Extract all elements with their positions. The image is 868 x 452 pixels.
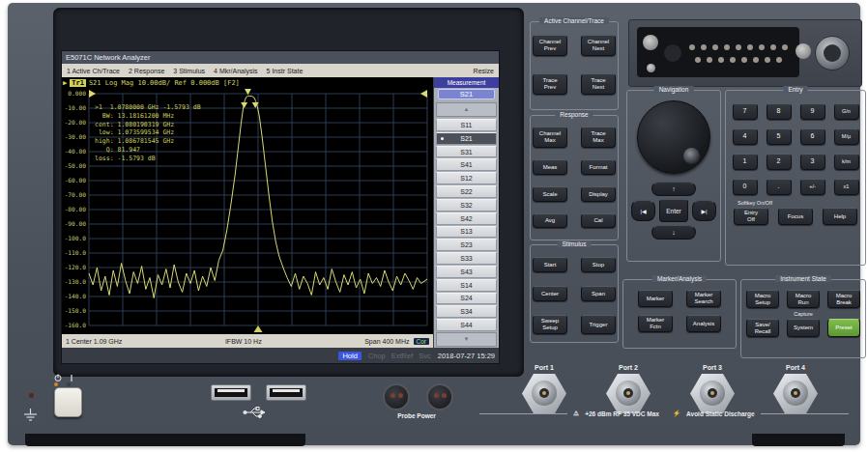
softkey-s14[interactable]: S14 <box>436 279 497 292</box>
softkey-s11[interactable]: S11 <box>436 119 497 131</box>
connector-hole <box>664 44 681 62</box>
entry-section: Entry 789G/n456M/µ123k/m0.+/-x1 Softkey … <box>725 90 866 266</box>
key-9[interactable]: 9 <box>800 103 825 120</box>
analysis-button[interactable]: Analysis <box>686 315 721 332</box>
softkey-s41[interactable]: S41 <box>436 158 497 171</box>
preset-button[interactable]: Preset <box>827 319 860 337</box>
system-button[interactable]: System <box>787 319 820 337</box>
span-button[interactable]: Span <box>581 286 616 301</box>
key-8[interactable]: 8 <box>767 103 792 120</box>
softkey-s21[interactable]: S21 <box>436 132 497 145</box>
entry-off-button[interactable]: Entry Off <box>734 208 768 225</box>
rotary-knob[interactable] <box>637 100 710 174</box>
divider <box>761 413 849 414</box>
key-[interactable]: . <box>767 179 792 195</box>
softkey-s42[interactable]: S42 <box>436 212 497 225</box>
softkey-list: S11S21S31S41S12S22S32S42S13S23S33S43S14S… <box>436 118 497 331</box>
enter-key[interactable]: Enter <box>659 199 688 222</box>
connector-pin <box>707 57 712 63</box>
button-row: Marker FctnAnalysis <box>638 315 721 332</box>
save-recall-button[interactable]: Save/ Recall <box>746 319 779 337</box>
menu-item[interactable]: 5 Instr State <box>267 68 304 74</box>
warning-labels: ⚠ +26 dBm RF 35 VDC Max ⚡ Avoid Static D… <box>479 410 849 417</box>
arrow-up-key[interactable]: ↑ <box>651 182 696 196</box>
key-1[interactable]: 1 <box>733 154 758 170</box>
format-button[interactable]: Format <box>581 159 616 175</box>
softkey-s44[interactable]: S44 <box>436 319 497 331</box>
softkey-s23[interactable]: S23 <box>436 239 497 251</box>
key-3[interactable]: 3 <box>800 154 825 170</box>
section-title: Active Channel/Trace <box>539 17 609 24</box>
marker-fctn-button[interactable]: Marker Fctn <box>638 315 673 332</box>
key-km[interactable]: k/m <box>834 154 859 170</box>
trace-max-button[interactable]: Trace Max <box>581 127 616 148</box>
softkey-s31[interactable]: S31 <box>436 146 497 158</box>
skip-right-key[interactable]: ▶| <box>692 200 716 221</box>
marker-readout-line: BW: 13.18161200 MHz <box>95 112 201 121</box>
menu-item[interactable]: 4 Mkr/Analysis <box>214 68 258 74</box>
cal-button[interactable]: Cal <box>581 213 616 228</box>
connector-pin <box>753 57 759 63</box>
softkey-s34[interactable]: S34 <box>436 305 497 318</box>
trigger-button[interactable]: Trigger <box>581 315 616 334</box>
softkey-s12[interactable]: S12 <box>436 172 497 184</box>
softkey-s22[interactable]: S22 <box>436 185 497 198</box>
menu-item[interactable]: 2 Response <box>129 68 164 74</box>
active-channel-trace-section: Active Channel/Trace Channel PrevChannel… <box>530 21 619 110</box>
menu-item[interactable]: 1 Active Ch/Trace <box>67 68 120 74</box>
skip-left-key[interactable]: |◀ <box>631 200 655 221</box>
softkey-s24[interactable]: S24 <box>436 293 497 305</box>
softkey-scroll-up[interactable]: ▲ <box>436 102 497 117</box>
resize-control[interactable]: Resize <box>474 68 494 74</box>
macro-setup-button[interactable]: Macro Setup <box>746 290 779 308</box>
avg-button[interactable]: Avg <box>533 213 567 228</box>
help-button[interactable]: Help <box>823 208 857 225</box>
softkey-scroll-down[interactable]: ▼ <box>436 332 497 347</box>
macro-break-button[interactable]: Macro Break <box>827 290 860 308</box>
softkey-onoff-label: Softkey On/Off <box>738 200 865 206</box>
section-title: Entry <box>783 86 807 93</box>
softkey-s32[interactable]: S32 <box>436 199 497 212</box>
channel-next-button[interactable]: Channel Next <box>581 35 616 56</box>
softkey-s33[interactable]: S33 <box>436 252 497 265</box>
sweep-setup-button[interactable]: Sweep Setup <box>533 315 567 334</box>
display-button[interactable]: Display <box>581 186 616 202</box>
key-5[interactable]: 5 <box>767 128 792 145</box>
ground-icon <box>23 409 38 422</box>
softkey-s13[interactable]: S13 <box>436 226 497 239</box>
key-2[interactable]: 2 <box>767 154 792 170</box>
trace-next-button[interactable]: Trace Next <box>581 73 616 95</box>
trace-prev-button[interactable]: Trace Prev <box>533 73 567 95</box>
menu-item[interactable]: 3 Stimulus <box>173 68 205 74</box>
softkey-selected-value: S21 <box>438 89 495 99</box>
center-button[interactable]: Center <box>533 286 567 301</box>
macro-run-button[interactable]: Macro Run <box>787 290 820 308</box>
key-gn[interactable]: G/n <box>834 103 859 120</box>
key-4[interactable]: 4 <box>733 128 758 145</box>
meas-button[interactable]: Meas <box>533 159 567 175</box>
start-button[interactable]: Start <box>533 257 567 272</box>
key-6[interactable]: 6 <box>800 128 825 145</box>
arrow-down-key[interactable]: ↓ <box>651 225 696 240</box>
channel-prev-button[interactable]: Channel Prev <box>533 35 567 56</box>
svg-text:0.000: 0.000 <box>68 90 86 97</box>
svg-text:-70.00: -70.00 <box>65 191 87 198</box>
trace-arrow-icon: ▶ <box>63 79 67 87</box>
key-x1[interactable]: x1 <box>834 179 859 195</box>
key-[interactable]: +/- <box>800 179 825 195</box>
marker-button[interactable]: Marker <box>638 290 673 307</box>
softkey-s43[interactable]: S43 <box>436 266 497 278</box>
key-m[interactable]: M/µ <box>834 128 859 145</box>
power-button[interactable] <box>54 387 82 417</box>
marker-search-button[interactable]: Marker Search <box>686 290 721 307</box>
scale-button[interactable]: Scale <box>533 186 567 202</box>
stop-button[interactable]: Stop <box>581 257 616 272</box>
port-label: Port 1 <box>515 364 573 371</box>
key-0[interactable]: 0 <box>733 179 758 195</box>
section-title: Response <box>555 111 593 118</box>
focus-button[interactable]: Focus <box>778 208 813 225</box>
key-7[interactable]: 7 <box>733 103 758 120</box>
svg-text:-50.00: -50.00 <box>65 162 87 169</box>
channel-max-button[interactable]: Channel Max <box>533 127 567 148</box>
marker-readout-line: high: 1.086781545 GHz <box>95 137 201 146</box>
